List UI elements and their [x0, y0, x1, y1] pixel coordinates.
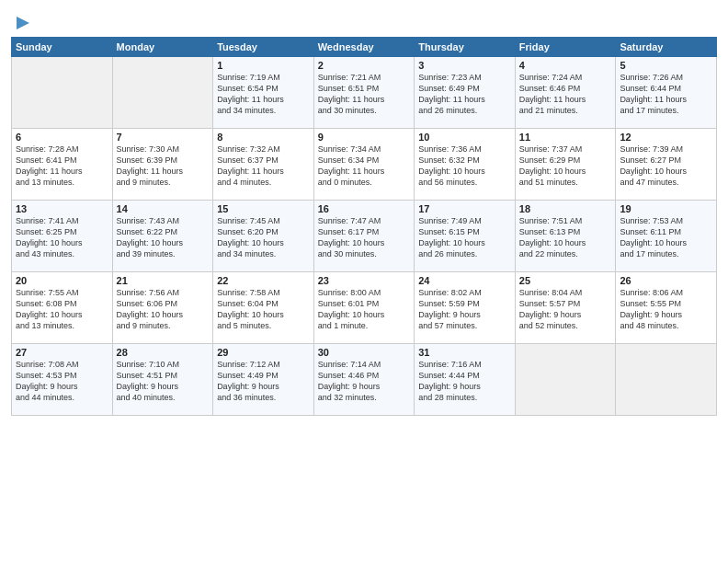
- day-info: Sunrise: 7:14 AM Sunset: 4:46 PM Dayligh…: [318, 359, 411, 404]
- weekday-header: Friday: [515, 38, 616, 57]
- calendar-cell: 11Sunrise: 7:37 AM Sunset: 6:29 PM Dayli…: [515, 129, 616, 201]
- day-info: Sunrise: 7:21 AM Sunset: 6:51 PM Dayligh…: [318, 72, 411, 117]
- calendar-cell: 24Sunrise: 8:02 AM Sunset: 5:59 PM Dayli…: [415, 272, 516, 344]
- day-number: 15: [217, 203, 310, 214]
- weekday-header: Thursday: [415, 38, 516, 57]
- logo-icon: [13, 13, 33, 33]
- day-info: Sunrise: 8:04 AM Sunset: 5:57 PM Dayligh…: [519, 287, 612, 332]
- calendar-cell: 16Sunrise: 7:47 AM Sunset: 6:17 PM Dayli…: [313, 201, 415, 272]
- day-number: 21: [117, 275, 210, 286]
- day-number: 19: [620, 203, 712, 214]
- calendar-week-row: 13Sunrise: 7:41 AM Sunset: 6:25 PM Dayli…: [12, 201, 717, 272]
- day-info: Sunrise: 7:36 AM Sunset: 6:32 PM Dayligh…: [418, 144, 511, 189]
- calendar-cell: [616, 344, 717, 416]
- day-info: Sunrise: 7:56 AM Sunset: 6:06 PM Dayligh…: [117, 287, 210, 332]
- calendar-cell: 5Sunrise: 7:26 AM Sunset: 6:44 PM Daylig…: [616, 57, 717, 129]
- day-number: 18: [519, 203, 612, 214]
- calendar-cell: 2Sunrise: 7:21 AM Sunset: 6:51 PM Daylig…: [313, 57, 415, 129]
- calendar-cell: 27Sunrise: 7:08 AM Sunset: 4:53 PM Dayli…: [12, 344, 113, 416]
- calendar-cell: 10Sunrise: 7:36 AM Sunset: 6:32 PM Dayli…: [415, 129, 516, 201]
- day-info: Sunrise: 7:53 AM Sunset: 6:11 PM Dayligh…: [620, 215, 712, 260]
- calendar-cell: 3Sunrise: 7:23 AM Sunset: 6:49 PM Daylig…: [415, 57, 516, 129]
- calendar-week-row: 20Sunrise: 7:55 AM Sunset: 6:08 PM Dayli…: [12, 272, 717, 344]
- calendar-cell: 18Sunrise: 7:51 AM Sunset: 6:13 PM Dayli…: [515, 201, 616, 272]
- day-number: 4: [519, 60, 612, 71]
- calendar-cell: 7Sunrise: 7:30 AM Sunset: 6:39 PM Daylig…: [112, 129, 213, 201]
- day-number: 2: [318, 60, 411, 71]
- day-info: Sunrise: 7:37 AM Sunset: 6:29 PM Dayligh…: [519, 144, 612, 189]
- calendar-cell: 1Sunrise: 7:19 AM Sunset: 6:54 PM Daylig…: [213, 57, 314, 129]
- page-container: SundayMondayTuesdayWednesdayThursdayFrid…: [0, 0, 728, 423]
- calendar-cell: 19Sunrise: 7:53 AM Sunset: 6:11 PM Dayli…: [616, 201, 717, 272]
- calendar-cell: 12Sunrise: 7:39 AM Sunset: 6:27 PM Dayli…: [616, 129, 717, 201]
- logo: [11, 13, 33, 33]
- day-info: Sunrise: 7:58 AM Sunset: 6:04 PM Dayligh…: [217, 287, 310, 332]
- calendar-cell: 30Sunrise: 7:14 AM Sunset: 4:46 PM Dayli…: [313, 344, 415, 416]
- calendar-cell: 28Sunrise: 7:10 AM Sunset: 4:51 PM Dayli…: [112, 344, 213, 416]
- day-number: 24: [418, 275, 511, 286]
- day-info: Sunrise: 7:34 AM Sunset: 6:34 PM Dayligh…: [318, 144, 411, 189]
- calendar-cell: [12, 57, 113, 129]
- day-info: Sunrise: 7:32 AM Sunset: 6:37 PM Dayligh…: [217, 144, 310, 189]
- day-number: 1: [217, 60, 310, 71]
- day-info: Sunrise: 7:51 AM Sunset: 6:13 PM Dayligh…: [519, 215, 612, 260]
- calendar-cell: 22Sunrise: 7:58 AM Sunset: 6:04 PM Dayli…: [213, 272, 314, 344]
- day-info: Sunrise: 7:10 AM Sunset: 4:51 PM Dayligh…: [117, 359, 210, 404]
- day-number: 28: [117, 347, 210, 358]
- day-number: 11: [519, 132, 612, 143]
- day-number: 9: [318, 132, 411, 143]
- day-number: 30: [318, 347, 411, 358]
- calendar-cell: 21Sunrise: 7:56 AM Sunset: 6:06 PM Dayli…: [112, 272, 213, 344]
- day-number: 5: [620, 60, 712, 71]
- weekday-header: Saturday: [616, 38, 717, 57]
- day-info: Sunrise: 7:49 AM Sunset: 6:15 PM Dayligh…: [418, 215, 511, 260]
- day-number: 29: [217, 347, 310, 358]
- weekday-header: Wednesday: [313, 38, 415, 57]
- calendar-cell: [515, 344, 616, 416]
- day-info: Sunrise: 7:19 AM Sunset: 6:54 PM Dayligh…: [217, 72, 310, 117]
- day-info: Sunrise: 7:28 AM Sunset: 6:41 PM Dayligh…: [16, 144, 108, 189]
- day-number: 22: [217, 275, 310, 286]
- svg-marker-0: [17, 17, 29, 29]
- day-info: Sunrise: 7:45 AM Sunset: 6:20 PM Dayligh…: [217, 215, 310, 260]
- header: [11, 9, 717, 33]
- day-info: Sunrise: 8:02 AM Sunset: 5:59 PM Dayligh…: [418, 287, 511, 332]
- day-number: 25: [519, 275, 612, 286]
- calendar-cell: 14Sunrise: 7:43 AM Sunset: 6:22 PM Dayli…: [112, 201, 213, 272]
- weekday-header: Sunday: [12, 38, 113, 57]
- day-number: 12: [620, 132, 712, 143]
- day-info: Sunrise: 8:00 AM Sunset: 6:01 PM Dayligh…: [318, 287, 411, 332]
- calendar-cell: [112, 57, 213, 129]
- calendar-week-row: 1Sunrise: 7:19 AM Sunset: 6:54 PM Daylig…: [12, 57, 717, 129]
- day-info: Sunrise: 8:06 AM Sunset: 5:55 PM Dayligh…: [620, 287, 712, 332]
- calendar-cell: 17Sunrise: 7:49 AM Sunset: 6:15 PM Dayli…: [415, 201, 516, 272]
- day-info: Sunrise: 7:43 AM Sunset: 6:22 PM Dayligh…: [117, 215, 210, 260]
- calendar-cell: 20Sunrise: 7:55 AM Sunset: 6:08 PM Dayli…: [12, 272, 113, 344]
- day-number: 3: [418, 60, 511, 71]
- day-info: Sunrise: 7:26 AM Sunset: 6:44 PM Dayligh…: [620, 72, 712, 117]
- calendar-cell: 29Sunrise: 7:12 AM Sunset: 4:49 PM Dayli…: [213, 344, 314, 416]
- calendar-cell: 31Sunrise: 7:16 AM Sunset: 4:44 PM Dayli…: [415, 344, 516, 416]
- weekday-header: Tuesday: [213, 38, 314, 57]
- day-info: Sunrise: 7:39 AM Sunset: 6:27 PM Dayligh…: [620, 144, 712, 189]
- calendar-week-row: 27Sunrise: 7:08 AM Sunset: 4:53 PM Dayli…: [12, 344, 717, 416]
- day-info: Sunrise: 7:12 AM Sunset: 4:49 PM Dayligh…: [217, 359, 310, 404]
- day-info: Sunrise: 7:16 AM Sunset: 4:44 PM Dayligh…: [418, 359, 511, 404]
- day-info: Sunrise: 7:41 AM Sunset: 6:25 PM Dayligh…: [16, 215, 108, 260]
- day-number: 26: [620, 275, 712, 286]
- day-number: 27: [16, 347, 108, 358]
- calendar-cell: 6Sunrise: 7:28 AM Sunset: 6:41 PM Daylig…: [12, 129, 113, 201]
- day-number: 7: [117, 132, 210, 143]
- day-number: 14: [117, 203, 210, 214]
- calendar-cell: 4Sunrise: 7:24 AM Sunset: 6:46 PM Daylig…: [515, 57, 616, 129]
- calendar-cell: 13Sunrise: 7:41 AM Sunset: 6:25 PM Dayli…: [12, 201, 113, 272]
- day-number: 20: [16, 275, 108, 286]
- day-info: Sunrise: 7:23 AM Sunset: 6:49 PM Dayligh…: [418, 72, 511, 117]
- day-number: 10: [418, 132, 511, 143]
- day-info: Sunrise: 7:47 AM Sunset: 6:17 PM Dayligh…: [318, 215, 411, 260]
- calendar-cell: 23Sunrise: 8:00 AM Sunset: 6:01 PM Dayli…: [313, 272, 415, 344]
- day-number: 16: [318, 203, 411, 214]
- day-info: Sunrise: 7:30 AM Sunset: 6:39 PM Dayligh…: [117, 144, 210, 189]
- day-number: 23: [318, 275, 411, 286]
- calendar-week-row: 6Sunrise: 7:28 AM Sunset: 6:41 PM Daylig…: [12, 129, 717, 201]
